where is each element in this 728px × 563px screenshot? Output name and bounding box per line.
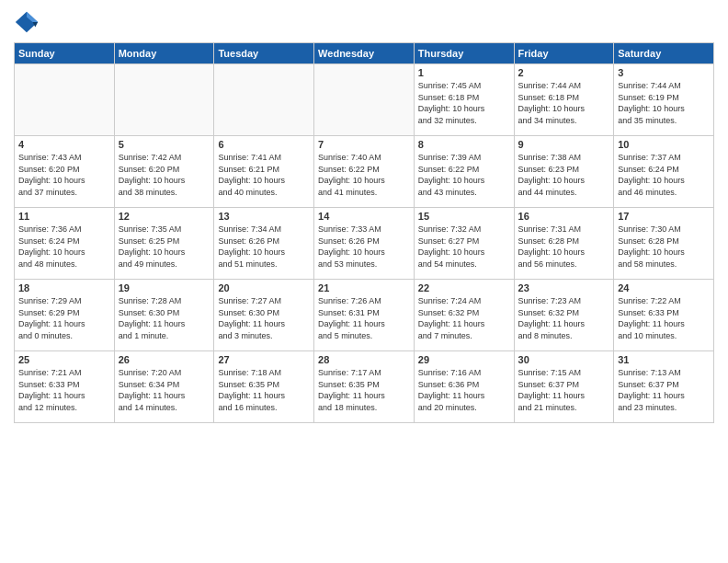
calendar-cell-3-1: 19Sunrise: 7:28 AM Sunset: 6:30 PM Dayli… [114,280,214,351]
day-number: 15 [418,211,510,222]
calendar-cell-2-4: 15Sunrise: 7:32 AM Sunset: 6:27 PM Dayli… [414,208,514,280]
calendar-cell-3-4: 22Sunrise: 7:24 AM Sunset: 6:32 PM Dayli… [414,280,514,351]
weekday-header-thursday: Thursday [414,43,514,64]
cell-text: Sunrise: 7:20 AM Sunset: 6:34 PM Dayligh… [119,367,210,413]
weekday-header-monday: Monday [114,43,214,64]
day-number: 1 [418,67,510,78]
calendar-cell-0-0 [15,64,115,136]
calendar-cell-4-6: 31Sunrise: 7:13 AM Sunset: 6:37 PM Dayli… [614,351,714,423]
cell-text: Sunrise: 7:33 AM Sunset: 6:26 PM Dayligh… [318,224,410,270]
cell-text: Sunrise: 7:34 AM Sunset: 6:26 PM Dayligh… [218,224,310,270]
day-number: 3 [618,67,710,78]
calendar-row-1: 4Sunrise: 7:43 AM Sunset: 6:20 PM Daylig… [15,136,714,208]
cell-text: Sunrise: 7:27 AM Sunset: 6:30 PM Dayligh… [218,295,310,341]
calendar-cell-0-2 [214,64,314,136]
cell-text: Sunrise: 7:37 AM Sunset: 6:24 PM Dayligh… [618,152,710,198]
calendar-cell-0-6: 3Sunrise: 7:44 AM Sunset: 6:19 PM Daylig… [614,64,714,136]
cell-text: Sunrise: 7:15 AM Sunset: 6:37 PM Dayligh… [518,367,610,413]
cell-text: Sunrise: 7:24 AM Sunset: 6:32 PM Dayligh… [418,295,510,341]
logo-icon [14,9,40,35]
calendar-row-3: 18Sunrise: 7:29 AM Sunset: 6:29 PM Dayli… [15,280,714,351]
day-number: 9 [518,139,610,150]
day-number: 7 [318,139,410,150]
calendar-cell-2-3: 14Sunrise: 7:33 AM Sunset: 6:26 PM Dayli… [314,208,415,280]
day-number: 6 [218,139,310,150]
day-number: 12 [119,211,210,222]
day-number: 16 [518,211,610,222]
weekday-header-saturday: Saturday [614,43,714,64]
calendar-cell-3-6: 24Sunrise: 7:22 AM Sunset: 6:33 PM Dayli… [614,280,714,351]
calendar-cell-3-3: 21Sunrise: 7:26 AM Sunset: 6:31 PM Dayli… [314,280,415,351]
main-container: SundayMondayTuesdayWednesdayThursdayFrid… [0,0,728,428]
day-number: 14 [318,211,410,222]
calendar-cell-2-0: 11Sunrise: 7:36 AM Sunset: 6:24 PM Dayli… [15,208,115,280]
calendar-cell-1-1: 5Sunrise: 7:42 AM Sunset: 6:20 PM Daylig… [114,136,214,208]
weekday-header-friday: Friday [514,43,614,64]
day-number: 10 [618,139,710,150]
day-number: 17 [618,211,710,222]
calendar-cell-2-5: 16Sunrise: 7:31 AM Sunset: 6:28 PM Dayli… [514,208,614,280]
cell-text: Sunrise: 7:31 AM Sunset: 6:28 PM Dayligh… [518,224,610,270]
cell-text: Sunrise: 7:22 AM Sunset: 6:33 PM Dayligh… [618,295,710,341]
calendar-cell-4-1: 26Sunrise: 7:20 AM Sunset: 6:34 PM Dayli… [114,351,214,423]
day-number: 29 [418,354,510,365]
day-number: 8 [418,139,510,150]
cell-text: Sunrise: 7:18 AM Sunset: 6:35 PM Dayligh… [218,367,310,413]
day-number: 26 [119,354,210,365]
calendar-cell-1-6: 10Sunrise: 7:37 AM Sunset: 6:24 PM Dayli… [614,136,714,208]
day-number: 22 [418,282,510,293]
cell-text: Sunrise: 7:13 AM Sunset: 6:37 PM Dayligh… [618,367,710,413]
weekday-header-wednesday: Wednesday [314,43,415,64]
calendar-cell-1-5: 9Sunrise: 7:38 AM Sunset: 6:23 PM Daylig… [514,136,614,208]
cell-text: Sunrise: 7:21 AM Sunset: 6:33 PM Dayligh… [18,367,110,413]
weekday-header-row: SundayMondayTuesdayWednesdayThursdayFrid… [15,43,714,64]
calendar-cell-2-1: 12Sunrise: 7:35 AM Sunset: 6:25 PM Dayli… [114,208,214,280]
cell-text: Sunrise: 7:39 AM Sunset: 6:22 PM Dayligh… [418,152,510,198]
cell-text: Sunrise: 7:30 AM Sunset: 6:28 PM Dayligh… [618,224,710,270]
day-number: 11 [18,211,110,222]
day-number: 2 [518,67,610,78]
day-number: 25 [18,354,110,365]
calendar-cell-1-2: 6Sunrise: 7:41 AM Sunset: 6:21 PM Daylig… [214,136,314,208]
day-number: 31 [618,354,710,365]
day-number: 30 [518,354,610,365]
calendar-cell-0-4: 1Sunrise: 7:45 AM Sunset: 6:18 PM Daylig… [414,64,514,136]
calendar-cell-3-5: 23Sunrise: 7:23 AM Sunset: 6:32 PM Dayli… [514,280,614,351]
day-number: 19 [119,282,210,293]
cell-text: Sunrise: 7:29 AM Sunset: 6:29 PM Dayligh… [18,295,110,341]
calendar-cell-0-1 [114,64,214,136]
calendar-cell-2-2: 13Sunrise: 7:34 AM Sunset: 6:26 PM Dayli… [214,208,314,280]
cell-text: Sunrise: 7:35 AM Sunset: 6:25 PM Dayligh… [119,224,210,270]
calendar-cell-1-4: 8Sunrise: 7:39 AM Sunset: 6:22 PM Daylig… [414,136,514,208]
cell-text: Sunrise: 7:38 AM Sunset: 6:23 PM Dayligh… [518,152,610,198]
day-number: 18 [18,282,110,293]
cell-text: Sunrise: 7:26 AM Sunset: 6:31 PM Dayligh… [318,295,410,341]
cell-text: Sunrise: 7:42 AM Sunset: 6:20 PM Dayligh… [119,152,210,198]
calendar-row-0: 1Sunrise: 7:45 AM Sunset: 6:18 PM Daylig… [15,64,714,136]
calendar-cell-4-3: 28Sunrise: 7:17 AM Sunset: 6:35 PM Dayli… [314,351,415,423]
calendar-cell-3-2: 20Sunrise: 7:27 AM Sunset: 6:30 PM Dayli… [214,280,314,351]
calendar-cell-2-6: 17Sunrise: 7:30 AM Sunset: 6:28 PM Dayli… [614,208,714,280]
calendar-cell-4-4: 29Sunrise: 7:16 AM Sunset: 6:36 PM Dayli… [414,351,514,423]
cell-text: Sunrise: 7:28 AM Sunset: 6:30 PM Dayligh… [119,295,210,341]
day-number: 28 [318,354,410,365]
cell-text: Sunrise: 7:36 AM Sunset: 6:24 PM Dayligh… [18,224,110,270]
header-section [14,9,714,35]
day-number: 24 [618,282,710,293]
cell-text: Sunrise: 7:32 AM Sunset: 6:27 PM Dayligh… [418,224,510,270]
calendar-cell-3-0: 18Sunrise: 7:29 AM Sunset: 6:29 PM Dayli… [15,280,115,351]
calendar-table: SundayMondayTuesdayWednesdayThursdayFrid… [14,42,714,423]
calendar-cell-0-5: 2Sunrise: 7:44 AM Sunset: 6:18 PM Daylig… [514,64,614,136]
cell-text: Sunrise: 7:44 AM Sunset: 6:19 PM Dayligh… [618,80,710,126]
logo [14,9,43,35]
calendar-cell-4-0: 25Sunrise: 7:21 AM Sunset: 6:33 PM Dayli… [15,351,115,423]
cell-text: Sunrise: 7:44 AM Sunset: 6:18 PM Dayligh… [518,80,610,126]
day-number: 13 [218,211,310,222]
cell-text: Sunrise: 7:23 AM Sunset: 6:32 PM Dayligh… [518,295,610,341]
day-number: 4 [18,139,110,150]
cell-text: Sunrise: 7:17 AM Sunset: 6:35 PM Dayligh… [318,367,410,413]
cell-text: Sunrise: 7:40 AM Sunset: 6:22 PM Dayligh… [318,152,410,198]
calendar-cell-0-3 [314,64,415,136]
day-number: 23 [518,282,610,293]
day-number: 20 [218,282,310,293]
